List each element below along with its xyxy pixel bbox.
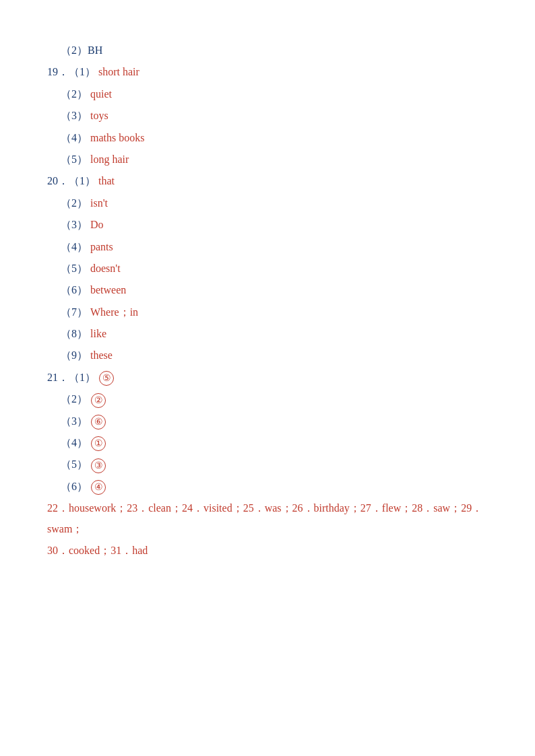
item-20-3-answer: Do (90, 219, 104, 230)
item-20-num: 20．（1） (47, 175, 96, 186)
item-21-5: （5） ③ (61, 454, 488, 475)
item-18-2: （2）BH (61, 40, 488, 61)
item-21-4-answer: ① (91, 436, 106, 451)
item-19-5: （5） long hair (61, 149, 488, 170)
item-19-4: （4） maths books (61, 128, 488, 148)
item-22-line2: 30．cooked；31．had (47, 541, 488, 561)
item-21-3: （3） ⑥ (61, 411, 488, 432)
item-19-2-prefix: （2） (61, 88, 88, 100)
item-20-7: （7） Where；in (61, 302, 488, 322)
item-21-3-answer: ⑥ (91, 415, 106, 429)
item-19-header: 19．（1） short hair (47, 62, 488, 82)
item-20-8-answer: like (90, 328, 106, 339)
item-22-line2-text: 30．cooked；31．had (47, 545, 148, 556)
item-20-8: （8） like (61, 324, 488, 344)
item-19-3-prefix: （3） (61, 110, 88, 121)
item-20-6-answer: between (90, 284, 126, 296)
item-20-5: （5） doesn't (61, 259, 488, 279)
item-20-8-prefix: （8） (61, 328, 88, 339)
main-content: （2）BH 19．（1） short hair （2） quiet （3） to… (47, 40, 488, 561)
item-21-5-answer: ③ (91, 458, 106, 473)
item-20-3: （3） Do (61, 215, 488, 235)
item-19-4-answer: maths books (90, 132, 144, 143)
item-20-9: （9） these (61, 345, 488, 366)
item-20-3-prefix: （3） (61, 219, 88, 230)
item-20-9-answer: these (90, 349, 113, 361)
item-19-3-answer: toys (90, 110, 108, 121)
item-20-2: （2） isn't (61, 193, 488, 213)
item-19-5-answer: long hair (90, 153, 129, 165)
item-21-6: （6） ④ (61, 477, 488, 497)
item-19-4-prefix: （4） (61, 132, 88, 143)
item-18-2-text: （2）BH (61, 44, 102, 56)
item-21-3-prefix: （3） (61, 415, 88, 427)
item-21-6-prefix: （6） (61, 481, 88, 492)
item-22-line1-text: 22．housework；23．clean；24．visited；25．was；… (47, 502, 482, 534)
item-20-6: （6） between (61, 280, 488, 300)
item-19-2: （2） quiet (61, 84, 488, 104)
item-21-4-prefix: （4） (61, 437, 88, 448)
item-21-1-answer: ⑤ (99, 371, 114, 386)
item-20-4-answer: pants (90, 241, 113, 252)
item-19-5-prefix: （5） (61, 153, 88, 165)
item-20-header: 20．（1） that (47, 171, 488, 191)
item-21-num: 21．（1） (47, 372, 96, 383)
item-21-5-prefix: （5） (61, 458, 88, 470)
item-21-6-answer: ④ (91, 480, 106, 495)
item-20-2-prefix: （2） (61, 197, 88, 209)
item-20-5-prefix: （5） (61, 263, 88, 274)
item-20-5-answer: doesn't (90, 263, 121, 274)
item-21-4: （4） ① (61, 433, 488, 453)
item-19-1-answer: short hair (98, 66, 139, 77)
item-21-2-answer: ② (91, 393, 106, 408)
item-20-6-prefix: （6） (61, 284, 88, 296)
item-21-header: 21．（1） ⑤ (47, 368, 488, 388)
item-21-2: （2） ② (61, 389, 488, 409)
item-20-7-prefix: （7） (61, 306, 88, 318)
item-21-2-prefix: （2） (61, 393, 88, 405)
item-20-1-answer: that (98, 175, 115, 186)
item-22-line1: 22．housework；23．clean；24．visited；25．was；… (47, 498, 488, 539)
item-20-4-prefix: （4） (61, 241, 88, 252)
item-19-2-answer: quiet (90, 88, 112, 100)
item-20-7-answer: Where；in (90, 306, 138, 318)
item-20-9-prefix: （9） (61, 349, 88, 361)
item-19-num: 19．（1） (47, 66, 96, 77)
item-20-2-answer: isn't (90, 197, 108, 209)
item-19-3: （3） toys (61, 106, 488, 126)
item-20-4: （4） pants (61, 237, 488, 257)
